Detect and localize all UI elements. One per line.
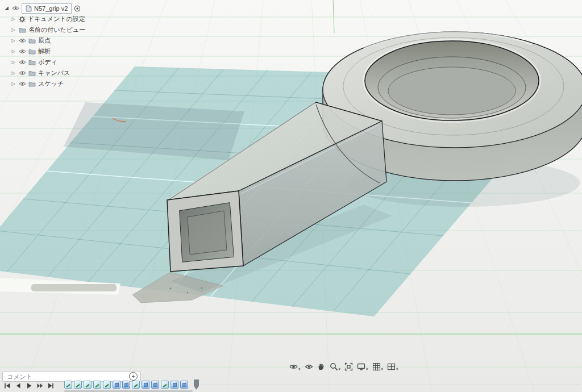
browser-item-label[interactable]: 名前の付いたビュー (28, 26, 85, 34)
expand-arrow-icon[interactable]: ▷ (10, 17, 16, 22)
extrude-feature-icon[interactable] (122, 381, 130, 389)
browser-row-root[interactable]: ◢ N57_grip v2 (2, 3, 85, 14)
play-button[interactable] (24, 381, 34, 390)
dropdown-arrow-icon: ▾ (381, 367, 384, 371)
sketch-feature-icon[interactable] (103, 381, 111, 389)
magnifier-icon (330, 362, 338, 371)
sketch-feature-icon[interactable] (93, 381, 101, 389)
look-at-button[interactable] (304, 362, 314, 372)
sketch-feature-icon[interactable] (74, 381, 82, 389)
folder-icon (28, 59, 36, 65)
dropdown-arrow-icon: ▾ (366, 367, 368, 371)
browser-row-document-settings[interactable]: ▷ ドキュメントの設定 (2, 14, 85, 24)
browser-item-label[interactable]: 解析 (38, 47, 51, 56)
visibility-eye-icon[interactable] (19, 38, 26, 43)
navigation-bar: ▾ ▾ ▾ ▾ ▾ (288, 362, 400, 372)
browser-row-bodies[interactable]: ▷ ボディ (2, 57, 85, 68)
extrude-feature-icon[interactable] (142, 381, 149, 389)
go-to-end-button[interactable] (45, 381, 55, 390)
fit-button[interactable] (343, 362, 354, 372)
expand-arrow-icon[interactable]: ▷ (10, 60, 16, 65)
timeline-position-marker[interactable] (194, 380, 199, 390)
monitor-icon (357, 362, 365, 371)
orbit-button[interactable]: ▾ (288, 362, 302, 372)
step-forward-button[interactable] (35, 381, 44, 390)
dropdown-arrow-icon: ▾ (396, 367, 398, 371)
browser-row-analysis[interactable]: ▷ 解析 (2, 46, 85, 57)
visibility-eye-icon[interactable] (19, 60, 26, 65)
grid-snaps-button[interactable]: ▾ (371, 362, 385, 372)
pan-hand-icon (317, 362, 326, 371)
orbit-icon (289, 362, 298, 371)
activate-radio-icon[interactable] (74, 5, 81, 12)
browser-row-sketches[interactable]: ▷ スケッチ (2, 78, 85, 89)
browser-row-named-views[interactable]: ▷ 名前の付いたビュー (2, 24, 85, 35)
extrude-feature-icon[interactable] (113, 381, 120, 389)
timeline-features (64, 381, 188, 389)
folder-icon (28, 48, 36, 55)
sketch-feature-icon[interactable] (64, 381, 72, 389)
pan-button[interactable] (316, 362, 327, 372)
sketch-feature-icon[interactable] (84, 381, 92, 389)
expand-arrow-icon[interactable]: ▷ (10, 49, 16, 54)
browser-item-label[interactable]: ボディ (38, 58, 57, 66)
dropdown-arrow-icon: ▾ (298, 367, 301, 371)
viewports-button[interactable]: ▾ (386, 362, 400, 372)
timeline-bar (0, 378, 582, 392)
extrude-feature-icon[interactable] (171, 381, 178, 389)
folder-icon (19, 27, 26, 33)
expand-arrow-icon[interactable]: ◢ (3, 6, 10, 11)
visibility-eye-icon[interactable] (19, 70, 26, 76)
folder-icon (28, 37, 36, 44)
step-back-button[interactable] (13, 381, 23, 390)
extrude-feature-icon[interactable] (180, 381, 188, 389)
folder-icon (28, 70, 36, 76)
browser-panel: ◢ N57_grip v2 ▷ ドキュメントの設定 ▷ 名前の付いたビュー ▷ (2, 3, 85, 89)
viewports-icon (387, 362, 396, 371)
sketch-feature-icon[interactable] (132, 381, 140, 389)
expand-arrow-icon[interactable]: ▷ (10, 39, 16, 43)
sketch-feature-icon[interactable] (161, 381, 169, 389)
display-settings-button[interactable]: ▾ (356, 362, 369, 372)
gear-icon (19, 16, 26, 23)
timeline-playback-controls (2, 381, 55, 390)
document-icon (26, 5, 32, 12)
browser-item-label[interactable]: スケッチ (38, 80, 64, 88)
expand-arrow-icon[interactable]: ▷ (10, 71, 16, 76)
go-to-beginning-button[interactable] (2, 381, 12, 390)
browser-row-origin[interactable]: ▷ 原点 (2, 35, 85, 46)
dropdown-arrow-icon: ▾ (339, 367, 341, 371)
zoom-button[interactable]: ▾ (329, 362, 342, 372)
fit-frame-icon (344, 362, 353, 371)
look-at-icon (305, 362, 313, 371)
visibility-eye-icon[interactable] (12, 6, 19, 11)
browser-item-label[interactable]: 原点 (38, 36, 51, 45)
extrude-feature-icon[interactable] (151, 381, 159, 389)
browser-row-canvases[interactable]: ▷ キャンバス (2, 68, 85, 78)
browser-item-label[interactable]: キャンバス (38, 69, 70, 77)
browser-item-label[interactable]: ドキュメントの設定 (28, 15, 85, 23)
timeline-track (201, 385, 581, 385)
expand-arrow-icon[interactable]: ▷ (10, 28, 16, 32)
grid-icon (372, 362, 381, 371)
viewport-3d[interactable] (0, 0, 582, 392)
expand-arrow-icon[interactable]: ▷ (10, 82, 16, 86)
folder-icon (28, 81, 36, 87)
document-title[interactable]: N57_grip v2 (22, 3, 72, 14)
visibility-eye-icon[interactable] (19, 81, 26, 86)
visibility-eye-icon[interactable] (19, 49, 26, 54)
document-title-label: N57_grip v2 (34, 5, 68, 12)
